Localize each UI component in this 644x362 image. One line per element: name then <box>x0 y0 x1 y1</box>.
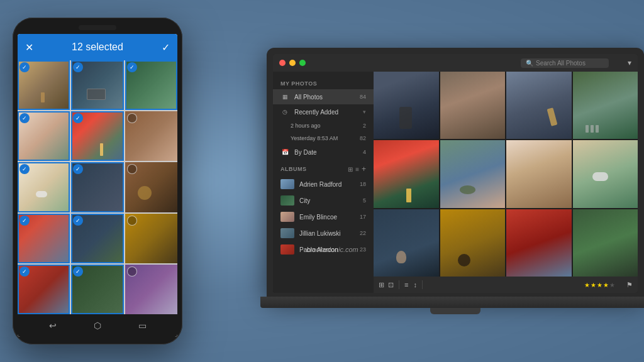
all-photos-count: 84 <box>360 94 366 100</box>
phone-photo-5[interactable]: ✓ <box>71 111 123 161</box>
laptop-photo-2[interactable] <box>440 72 506 139</box>
add-album-icon[interactable]: + <box>362 165 366 173</box>
phone-photo-10[interactable]: ✓ <box>18 214 70 263</box>
laptop-photo-7[interactable] <box>506 140 572 207</box>
album-emily-label: Emily Blincoe <box>299 214 355 221</box>
laptop-bezel: 🔍 Search All Photos ▾ MY PHOTOS ▦ All Ph… <box>267 48 644 297</box>
phone-notch <box>79 25 116 30</box>
home-nav-button[interactable]: ⬡ <box>94 321 101 331</box>
sidebar-item-by-date[interactable]: 📅 By Date 4 <box>273 145 374 160</box>
laptop-photo-grid <box>374 72 638 277</box>
small-grid-button[interactable]: ⊡ <box>388 281 394 289</box>
laptop-photo-10[interactable] <box>440 209 506 277</box>
sidebar-item-yesterday[interactable]: Yesterday 8:53 AM 82 <box>273 132 374 145</box>
phone-photo-1[interactable]: ✓ <box>18 60 70 110</box>
phone-photo-15[interactable] <box>125 265 177 314</box>
laptop-photo-1[interactable] <box>374 72 439 139</box>
albums-view-icons: ⊞ ≡ + <box>348 165 366 173</box>
bottom-separator-2 <box>422 280 423 289</box>
phone-photo-check-1: ✓ <box>19 62 30 72</box>
sidebar-album-jillian[interactable]: Jillian Lukiwski 22 <box>273 225 374 241</box>
grid-view-button[interactable]: ⊞ <box>379 281 384 289</box>
phone-photo-12[interactable] <box>125 214 177 263</box>
all-photos-label: All Photos <box>294 94 355 101</box>
laptop-photo-3[interactable] <box>506 72 572 139</box>
sidebar-album-pablo[interactable]: Pablo Alarcon 23 <box>273 241 374 258</box>
sidebar-item-recently-added[interactable]: ◷ Recently Added ▾ <box>273 104 374 119</box>
by-date-count: 4 <box>363 149 366 155</box>
sort-order-button[interactable]: ↕ <box>413 281 417 288</box>
album-jillian-count: 22 <box>360 230 366 236</box>
recent-icon: ◷ <box>280 107 289 116</box>
star-4[interactable]: ★ <box>603 282 609 288</box>
two-hours-label: 2 hours ago <box>291 123 358 129</box>
album-adrien-label: Adrien Radford <box>299 181 355 188</box>
album-emily-count: 17 <box>360 214 366 220</box>
traffic-light-yellow[interactable] <box>289 60 296 66</box>
phone-photo-9[interactable] <box>125 162 177 212</box>
phone-photo-2[interactable]: ✓ <box>71 60 123 110</box>
calendar-icon: 📅 <box>280 148 289 156</box>
phone-photo-4[interactable]: ✓ <box>18 111 70 161</box>
traffic-light-green[interactable] <box>299 60 306 66</box>
phone-header: ✕ 12 selected ✓ <box>18 34 177 60</box>
laptop-photo-11[interactable] <box>506 209 572 277</box>
star-5[interactable]: ★ <box>609 282 615 288</box>
phone-photo-14[interactable]: ✓ <box>71 265 123 314</box>
confirm-check-icon[interactable]: ✓ <box>162 41 170 53</box>
recents-nav-button[interactable]: ▭ <box>138 321 147 331</box>
sidebar-album-emily-blincoe[interactable]: Emily Blincoe 17 <box>273 209 374 225</box>
search-bar[interactable]: 🔍 Search All Photos <box>521 58 609 68</box>
list-view-icon[interactable]: ≡ <box>355 166 359 173</box>
album-thumb-pablo <box>280 244 294 255</box>
laptop-stand <box>430 308 480 314</box>
star-2[interactable]: ★ <box>591 282 596 288</box>
list-sort-button[interactable]: ≡ <box>404 281 408 288</box>
filter-icon[interactable]: ▾ <box>628 58 631 67</box>
phone-photo-11[interactable]: ✓ <box>71 214 123 263</box>
album-thumb-adrien <box>280 179 294 189</box>
phone-photo-check-13: ✓ <box>19 266 30 277</box>
album-city-label: City <box>299 197 358 204</box>
phone-body: ✕ 12 selected ✓ ✓ ✓ <box>13 18 182 344</box>
sidebar-item-2hrs-ago[interactable]: 2 hours ago 2 <box>273 119 374 132</box>
phone-device: ✕ 12 selected ✓ ✓ ✓ <box>13 18 182 344</box>
laptop-photo-6[interactable] <box>440 140 506 207</box>
star-3[interactable]: ★ <box>597 282 602 288</box>
laptop-base <box>260 297 644 308</box>
laptop-main-area: ⊞ ⊡ ≡ ↕ ★ ★ ★ ★ ★ <box>374 72 638 293</box>
album-thumb-city <box>280 195 294 206</box>
back-nav-button[interactable]: ↩ <box>49 321 57 331</box>
sidebar-item-all-photos[interactable]: ▦ All Photos 84 <box>273 89 374 104</box>
laptop-photo-4[interactable] <box>573 72 638 139</box>
phone-photo-8[interactable]: ✓ <box>71 162 123 212</box>
albums-section-label: ALBUMS <box>280 166 348 172</box>
search-placeholder-text: Search All Photos <box>536 60 586 67</box>
phone-photo-13[interactable]: ✓ <box>18 265 70 314</box>
yesterday-label: Yesterday 8:53 AM <box>291 135 355 141</box>
album-adrien-count: 18 <box>360 181 366 187</box>
search-icon: 🔍 <box>526 60 533 67</box>
laptop-bottom-bar: ⊞ ⊡ ≡ ↕ ★ ★ ★ ★ ★ <box>374 277 638 293</box>
phone-screen: ✕ 12 selected ✓ ✓ ✓ <box>18 34 177 337</box>
laptop-photo-12[interactable] <box>573 209 638 277</box>
phone-photo-7[interactable]: ✓ <box>18 162 70 212</box>
laptop-photo-9[interactable] <box>374 209 439 277</box>
star-1[interactable]: ★ <box>584 282 590 288</box>
laptop-device: 🔍 Search All Photos ▾ MY PHOTOS ▦ All Ph… <box>260 48 644 314</box>
phone-photo-3[interactable]: ✓ <box>125 60 177 110</box>
two-hours-count: 2 <box>363 123 366 129</box>
close-icon[interactable]: ✕ <box>25 41 33 53</box>
sidebar-album-adrien-radford[interactable]: Adrien Radford 18 <box>273 176 374 192</box>
phone-photo-check-10: ✓ <box>19 216 30 226</box>
traffic-light-red[interactable] <box>279 60 286 66</box>
phone-photo-6[interactable] <box>125 111 177 161</box>
sidebar-album-city[interactable]: City 5 <box>273 192 374 209</box>
flag-button[interactable]: ⚑ <box>626 281 633 289</box>
album-pablo-label: Pablo Alarcon <box>299 246 355 253</box>
albums-section-header: ALBUMS ⊞ ≡ + <box>273 160 374 176</box>
album-jillian-label: Jillian Lukiwski <box>299 230 355 237</box>
laptop-photo-5[interactable] <box>374 140 439 207</box>
grid-view-icon[interactable]: ⊞ <box>348 166 353 173</box>
laptop-photo-8[interactable] <box>573 140 638 207</box>
